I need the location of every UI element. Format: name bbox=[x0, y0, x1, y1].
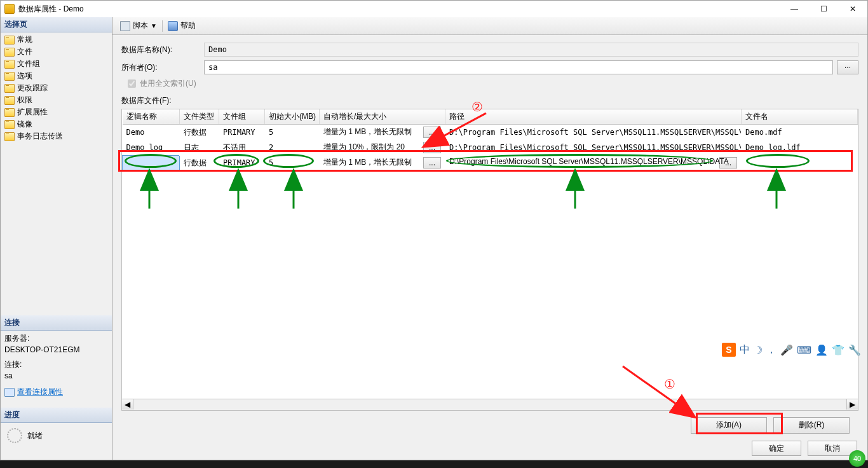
th-path[interactable]: 路径 bbox=[445, 109, 742, 125]
cell-type[interactable]: 行数据 bbox=[180, 125, 219, 141]
progress-section: 就绪 bbox=[1, 423, 112, 448]
ime-shirt-icon[interactable]: 👕 bbox=[832, 344, 844, 356]
script-button[interactable]: 脚本 ▼ bbox=[118, 19, 159, 32]
page-logshipping[interactable]: 事务日志传送 bbox=[3, 130, 109, 142]
page-options[interactable]: 选项 bbox=[3, 70, 109, 82]
minimize-button[interactable]: — bbox=[780, 1, 809, 17]
ime-lang[interactable]: 中 bbox=[740, 343, 750, 357]
db-name-input bbox=[204, 43, 858, 57]
cell-type[interactable]: 日志 bbox=[180, 140, 219, 155]
table-row[interactable]: Demo 行数据 PRIMARY 5 ...增量为 1 MB，增长无限制 D:\… bbox=[123, 125, 858, 141]
server-label: 服务器: bbox=[4, 333, 108, 344]
cell-type[interactable]: 行数据 bbox=[180, 155, 219, 170]
window-title: 数据库属性 - Demo bbox=[18, 4, 780, 15]
th-type[interactable]: 文件类型 bbox=[180, 109, 219, 125]
taskbar[interactable] bbox=[0, 460, 868, 468]
page-label: 事务日志传送 bbox=[17, 131, 63, 142]
owner-input[interactable] bbox=[204, 60, 833, 74]
horizontal-scrollbar[interactable]: ◀ ▶ bbox=[121, 399, 858, 411]
cell-filename[interactable] bbox=[742, 155, 858, 170]
cell-growth[interactable]: ...增量为 1 MB，增长无限制 bbox=[320, 125, 445, 141]
ime-comma-icon[interactable]: ， bbox=[766, 343, 776, 357]
page-mirroring[interactable]: 镜像 bbox=[3, 118, 109, 130]
scroll-right-icon[interactable]: ▶ bbox=[846, 399, 858, 410]
view-connection-link[interactable]: 查看连接属性 bbox=[17, 387, 63, 396]
owner-browse-button[interactable]: ... bbox=[837, 60, 858, 74]
close-button[interactable]: ✕ bbox=[838, 1, 867, 17]
ime-toolbar[interactable]: S 中 ☽ ， 🎤 ⌨ 👤 👕 🔧 bbox=[721, 341, 862, 358]
sogou-icon[interactable]: S bbox=[722, 343, 736, 357]
th-logical[interactable]: 逻辑名称 bbox=[123, 109, 180, 125]
page-label: 扩展属性 bbox=[17, 107, 48, 118]
server-value: DESKTOP-OT21EGM bbox=[4, 345, 108, 354]
growth-browse-button[interactable]: ... bbox=[423, 142, 441, 153]
ok-button[interactable]: 确定 bbox=[752, 441, 801, 456]
title-bar: 数据库属性 - Demo — ☐ ✕ bbox=[1, 1, 867, 17]
table-row[interactable]: Demo_log 日志 不适用 2 ...增量为 10%，限制为 20 D:\P… bbox=[123, 140, 858, 155]
cell-filegroup[interactable]: 不适用 bbox=[219, 140, 265, 155]
files-table[interactable]: 逻辑名称 文件类型 文件组 初始大小(MB) 自动增长/最大大小 路径 文件名 bbox=[122, 109, 858, 171]
database-icon bbox=[4, 4, 15, 14]
grid-buttons: 添加(A) 删除(R) bbox=[121, 411, 858, 440]
cell-path[interactable]: ...D:\Program Files\Microsoft SQL Server… bbox=[445, 155, 742, 170]
cell-size[interactable]: 5 bbox=[265, 155, 320, 170]
th-filegroup[interactable]: 文件组 bbox=[219, 109, 265, 125]
maximize-button[interactable]: ☐ bbox=[809, 1, 838, 17]
cell-logical[interactable] bbox=[123, 155, 180, 170]
page-general[interactable]: 常规 bbox=[3, 34, 109, 46]
table-row-new[interactable]: 行数据 PRIMARY 5 ...增量为 1 MB，增长无限制 ...D:\Pr… bbox=[123, 155, 858, 170]
fulltext-checkbox-input bbox=[128, 79, 136, 88]
cell-filename[interactable]: Demo_log.ldf bbox=[742, 140, 858, 155]
scroll-left-icon[interactable]: ◀ bbox=[122, 399, 133, 410]
page-icon bbox=[4, 120, 15, 129]
page-changetracking[interactable]: 更改跟踪 bbox=[3, 82, 109, 94]
progress-status: 就绪 bbox=[27, 430, 43, 441]
page-extended[interactable]: 扩展属性 bbox=[3, 106, 109, 118]
tray-badge[interactable]: 40 bbox=[849, 450, 865, 467]
ime-wrench-icon[interactable]: 🔧 bbox=[848, 344, 861, 356]
table-header-row: 逻辑名称 文件类型 文件组 初始大小(MB) 自动增长/最大大小 路径 文件名 bbox=[123, 109, 858, 125]
ime-person-icon[interactable]: 👤 bbox=[815, 344, 828, 356]
cell-path[interactable]: D:\Program Files\Microsoft SQL Server\MS… bbox=[445, 140, 742, 155]
growth-browse-button[interactable]: ... bbox=[423, 127, 441, 138]
page-label: 权限 bbox=[17, 95, 32, 106]
help-button[interactable]: 帮助 bbox=[165, 19, 198, 32]
cell-filegroup[interactable]: PRIMARY bbox=[219, 155, 265, 170]
ime-keyboard-icon[interactable]: ⌨ bbox=[797, 344, 811, 356]
add-button[interactable]: 添加(A) bbox=[691, 417, 767, 434]
files-grid: 逻辑名称 文件类型 文件组 初始大小(MB) 自动增长/最大大小 路径 文件名 bbox=[121, 109, 858, 411]
page-label: 常规 bbox=[17, 34, 32, 45]
cell-size[interactable]: 2 bbox=[265, 140, 320, 155]
files-grid-label: 数据库文件(F): bbox=[121, 95, 858, 106]
page-permissions[interactable]: 权限 bbox=[3, 94, 109, 106]
connection-info: 服务器: DESKTOP-OT21EGM 连接: sa 查看连接属性 bbox=[1, 331, 112, 401]
script-icon bbox=[120, 21, 130, 31]
cell-size[interactable]: 5 bbox=[265, 125, 320, 141]
toolbar: 脚本 ▼ 帮助 bbox=[112, 17, 867, 35]
fulltext-label: 使用全文索引(U) bbox=[140, 78, 196, 89]
page-filegroups[interactable]: 文件组 bbox=[3, 58, 109, 70]
help-label: 帮助 bbox=[180, 20, 196, 31]
cell-growth[interactable]: ...增量为 10%，限制为 20 bbox=[320, 140, 445, 155]
page-label: 镜像 bbox=[17, 119, 32, 130]
page-icon bbox=[4, 96, 15, 105]
remove-button[interactable]: 删除(R) bbox=[773, 417, 850, 434]
owner-label: 所有者(O): bbox=[121, 62, 204, 73]
th-filename[interactable]: 文件名 bbox=[742, 109, 858, 125]
cell-path[interactable]: D:\Program Files\Microsoft SQL Server\MS… bbox=[445, 125, 742, 141]
cell-logical[interactable]: Demo_log bbox=[123, 140, 180, 155]
cell-growth[interactable]: ...增量为 1 MB，增长无限制 bbox=[320, 155, 445, 170]
growth-browse-button[interactable]: ... bbox=[423, 157, 441, 169]
cell-filename[interactable]: Demo.mdf bbox=[742, 125, 858, 141]
cell-logical[interactable]: Demo bbox=[123, 125, 180, 141]
progress-spinner-icon bbox=[7, 428, 22, 443]
th-size[interactable]: 初始大小(MB) bbox=[265, 109, 320, 125]
ime-moon-icon[interactable]: ☽ bbox=[754, 344, 763, 356]
page-files[interactable]: 文件 bbox=[3, 46, 109, 58]
cell-filegroup[interactable]: PRIMARY bbox=[219, 125, 265, 141]
help-icon bbox=[168, 21, 178, 31]
page-label: 文件组 bbox=[17, 59, 40, 69]
th-growth[interactable]: 自动增长/最大大小 bbox=[320, 109, 445, 125]
page-icon bbox=[4, 108, 15, 117]
ime-mic-icon[interactable]: 🎤 bbox=[780, 344, 793, 356]
